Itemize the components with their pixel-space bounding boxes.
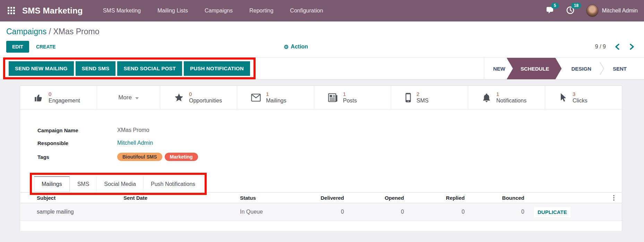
tag-marketing[interactable]: Marketing [165, 153, 198, 161]
envelope-icon [251, 93, 261, 102]
send-new-mailing-button[interactable]: SEND NEW MAILING [9, 61, 74, 76]
stage-separator-icon [600, 62, 604, 75]
campaign-name-value: XMas Promo [117, 127, 149, 133]
mailings-table: Subject Sent Date Status Delivered Opene… [20, 192, 622, 221]
top-menu: SMS Marketing Mailing Lists Campaigns Re… [103, 8, 323, 14]
responsible-value-link[interactable]: Mitchell Admin [117, 140, 153, 146]
clicks-count: 3 [573, 91, 587, 98]
messages-button[interactable]: 5 [546, 6, 555, 15]
pager-count: 9 / 9 [595, 44, 606, 50]
col-header-delivered[interactable]: Delivered [299, 195, 344, 201]
menu-reporting[interactable]: Reporting [249, 8, 273, 14]
col-header-status[interactable]: Status [240, 195, 299, 201]
notifications-count: 1 [496, 91, 526, 98]
stat-button-mailings[interactable]: 1 Mailings [237, 86, 314, 109]
responsible-label: Responsible [37, 140, 117, 146]
stat-button-row: 0 Engagement More 0 Opportunities 1 Mail… [20, 86, 622, 110]
cell-delivered: 0 [299, 209, 344, 215]
col-header-subject[interactable]: Subject [37, 195, 123, 201]
breadcrumb-campaigns[interactable]: Campaigns [6, 27, 46, 36]
breadcrumb-separator: / [49, 27, 53, 36]
control-header: Campaigns / XMas Promo EDIT CREATE ⚙ Act… [0, 21, 644, 57]
stage-design[interactable]: DESIGN [563, 66, 600, 72]
app-title[interactable]: SMS Marketing [22, 6, 83, 16]
messages-badge: 5 [551, 3, 559, 9]
tags-label: Tags [37, 154, 117, 160]
posts-count: 1 [343, 91, 357, 98]
stat-button-clicks[interactable]: 3 Clicks [545, 86, 622, 109]
cell-replied: 0 [404, 209, 465, 215]
stage-new[interactable]: NEW [484, 66, 512, 72]
col-header-bounced[interactable]: Bounced [465, 195, 524, 201]
chevron-right-icon [630, 44, 634, 50]
col-header-replied[interactable]: Replied [404, 195, 465, 201]
star-icon [174, 93, 184, 102]
table-row[interactable]: sample mailing In Queue 0 0 0 0 DUPLICAT… [20, 203, 622, 221]
duplicate-button[interactable]: DUPLICATE [534, 207, 570, 217]
col-header-sent-date[interactable]: Sent Date [123, 195, 240, 201]
edit-button[interactable]: EDIT [6, 41, 29, 53]
cell-subject: sample mailing [37, 209, 123, 215]
action-label: Action [291, 44, 308, 50]
stat-button-more[interactable]: More [97, 86, 160, 109]
stat-button-engagement[interactable]: 0 Engagement [20, 86, 97, 109]
tab-push-notifications[interactable]: Push Notifications [143, 176, 203, 192]
thumbs-up-icon [34, 93, 43, 102]
newspaper-icon [328, 93, 338, 102]
action-menu[interactable]: ⚙ Action [284, 44, 308, 50]
gear-icon: ⚙ [284, 44, 289, 50]
bell-icon [482, 93, 491, 102]
chevron-left-icon [615, 44, 619, 50]
stage-schedule-active[interactable]: SCHEDULE [507, 58, 562, 79]
stat-button-notifications[interactable]: 1 Notifications [468, 86, 545, 109]
mailings-count: 1 [266, 91, 286, 98]
status-band: SEND NEW MAILING SEND SMS SEND SOCIAL PO… [0, 57, 644, 80]
sms-count: 2 [417, 91, 429, 98]
user-menu[interactable]: Mitchell Admin [586, 5, 638, 17]
more-label: More [118, 94, 132, 101]
optional-columns-icon[interactable]: ⋮ [611, 194, 617, 201]
col-header-opened[interactable]: Opened [344, 195, 404, 201]
avatar [586, 5, 599, 17]
notebook-tabs: Mailings SMS Social Media Push Notificat… [34, 176, 203, 192]
tab-sms[interactable]: SMS [70, 176, 97, 192]
tab-social-media[interactable]: Social Media [96, 176, 143, 192]
pager-next-button[interactable] [630, 44, 634, 50]
activities-button[interactable]: 18 [566, 6, 574, 16]
menu-configuration[interactable]: Configuration [290, 8, 323, 14]
activities-badge: 18 [571, 3, 581, 9]
campaign-name-label: Campaign Name [37, 127, 117, 133]
menu-mailing-lists[interactable]: Mailing Lists [157, 8, 188, 14]
pager: 9 / 9 [595, 44, 638, 50]
status-pipeline: NEW SCHEDULE DESIGN SENT [484, 58, 644, 79]
grid-icon [8, 7, 15, 15]
stage-sent[interactable]: SENT [604, 66, 635, 72]
notifications-label: Notifications [496, 97, 526, 104]
stat-button-opportunities[interactable]: 0 Opportunities [160, 86, 237, 109]
tab-mailings[interactable]: Mailings [34, 176, 70, 192]
tag-bioutifoul-sms[interactable]: Bioutifoul SMS [117, 153, 162, 161]
create-button[interactable]: CREATE [36, 44, 56, 50]
stat-button-posts[interactable]: 1 Posts [314, 86, 391, 109]
pager-previous-button[interactable] [615, 44, 619, 50]
engagement-label: Engagement [49, 97, 80, 104]
campaign-fields: Campaign Name XMas Promo Responsible Mit… [20, 110, 622, 161]
sms-label: SMS [417, 97, 429, 104]
menu-campaigns[interactable]: Campaigns [205, 8, 233, 14]
tab-area: Mailings SMS Social Media Push Notificat… [20, 173, 622, 192]
apps-grid-icon[interactable] [6, 6, 17, 16]
push-notification-button[interactable]: PUSH NOTIFICATION [184, 61, 250, 76]
opportunities-count: 0 [189, 91, 222, 98]
breadcrumb-current: XMas Promo [53, 27, 100, 36]
cell-status: In Queue [240, 209, 299, 215]
stat-button-sms[interactable]: 2 SMS [391, 86, 468, 109]
user-name: Mitchell Admin [602, 8, 638, 14]
mailings-label: Mailings [266, 97, 286, 104]
cell-bounced: 0 [465, 209, 524, 215]
send-sms-button[interactable]: SEND SMS [76, 61, 116, 76]
opportunities-label: Opportunities [189, 97, 222, 104]
send-social-post-button[interactable]: SEND SOCIAL POST [117, 61, 182, 76]
menu-sms-marketing[interactable]: SMS Marketing [103, 8, 141, 14]
posts-label: Posts [343, 97, 357, 104]
cell-opened: 0 [344, 209, 404, 215]
